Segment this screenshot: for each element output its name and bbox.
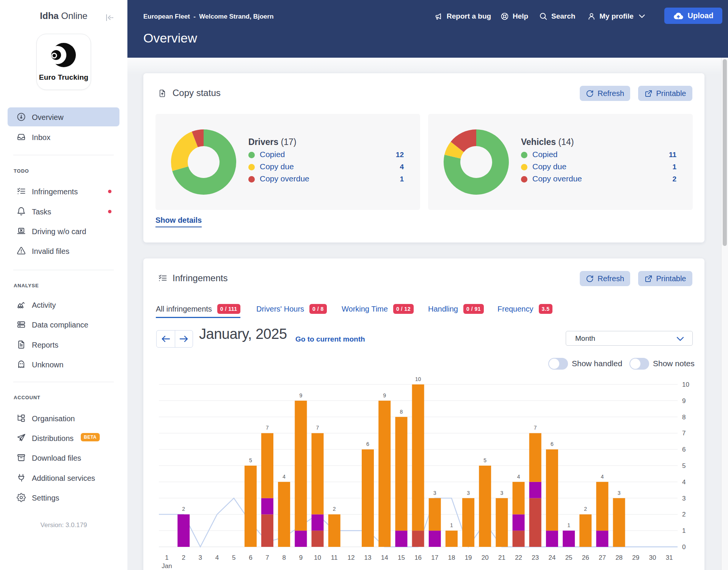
svg-text:31: 31 [666, 554, 673, 561]
svg-text:8: 8 [682, 414, 686, 421]
svg-text:7: 7 [266, 425, 269, 431]
svg-text:18: 18 [448, 554, 455, 561]
svg-text:4: 4 [215, 554, 219, 561]
svg-text:5: 5 [232, 554, 235, 561]
svg-text:10: 10 [682, 381, 689, 388]
svg-text:21: 21 [498, 554, 505, 561]
svg-text:1: 1 [567, 522, 570, 528]
svg-text:5: 5 [682, 462, 686, 469]
svg-text:9: 9 [299, 554, 303, 561]
svg-text:2: 2 [182, 506, 185, 512]
svg-text:4: 4 [517, 474, 520, 480]
svg-text:2: 2 [682, 511, 686, 518]
svg-text:7: 7 [682, 430, 686, 437]
svg-text:9: 9 [682, 397, 686, 405]
svg-text:9: 9 [383, 392, 386, 398]
svg-text:7: 7 [316, 425, 319, 431]
svg-text:3: 3 [682, 495, 686, 502]
svg-text:1: 1 [165, 554, 168, 561]
svg-text:3: 3 [433, 490, 436, 496]
svg-text:3: 3 [500, 490, 504, 496]
svg-text:27: 27 [599, 554, 606, 561]
svg-text:6: 6 [551, 441, 554, 447]
svg-text:13: 13 [364, 554, 372, 561]
svg-text:5: 5 [483, 457, 486, 463]
svg-text:2: 2 [182, 554, 185, 561]
svg-text:24: 24 [548, 554, 555, 561]
svg-text:4: 4 [682, 479, 686, 486]
svg-text:28: 28 [615, 554, 623, 561]
svg-text:2: 2 [333, 506, 336, 512]
svg-text:16: 16 [414, 554, 422, 561]
svg-text:15: 15 [398, 554, 405, 561]
svg-text:11: 11 [331, 554, 338, 561]
svg-text:6: 6 [682, 446, 686, 453]
svg-text:20: 20 [482, 554, 489, 561]
svg-text:9: 9 [300, 392, 303, 398]
svg-text:1: 1 [682, 527, 686, 534]
svg-text:6: 6 [366, 441, 369, 447]
svg-text:14: 14 [381, 554, 388, 561]
svg-text:25: 25 [565, 554, 573, 561]
svg-text:7: 7 [265, 554, 269, 561]
svg-text:3: 3 [467, 490, 470, 496]
svg-text:17: 17 [431, 554, 438, 561]
svg-text:8: 8 [400, 409, 403, 415]
svg-text:0: 0 [682, 543, 686, 551]
svg-text:29: 29 [632, 554, 639, 561]
svg-text:7: 7 [534, 425, 537, 431]
svg-text:8: 8 [282, 554, 286, 561]
svg-text:6: 6 [249, 554, 252, 561]
svg-text:12: 12 [347, 554, 355, 561]
svg-text:Jan: Jan [162, 562, 172, 570]
svg-text:19: 19 [465, 554, 472, 561]
svg-text:10: 10 [415, 376, 421, 382]
svg-text:26: 26 [582, 554, 589, 561]
svg-text:3: 3 [199, 554, 202, 561]
svg-text:3: 3 [618, 490, 621, 496]
svg-text:30: 30 [649, 554, 656, 561]
svg-text:23: 23 [532, 554, 539, 561]
svg-text:22: 22 [515, 554, 522, 561]
svg-text:2: 2 [584, 506, 587, 512]
svg-text:1: 1 [450, 522, 453, 528]
svg-text:5: 5 [249, 457, 252, 463]
svg-text:4: 4 [282, 474, 286, 480]
svg-text:4: 4 [601, 474, 604, 480]
svg-text:10: 10 [314, 554, 321, 561]
